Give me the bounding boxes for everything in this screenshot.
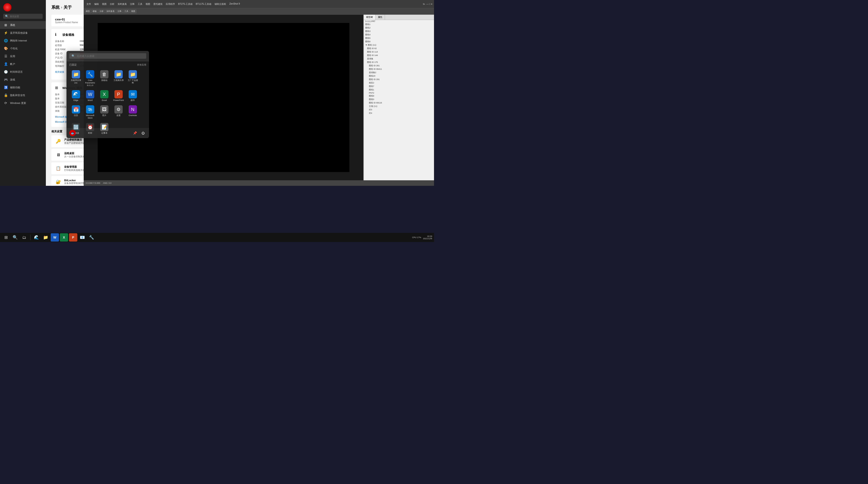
- sidebar-item-accounts[interactable]: 👤 帐户: [0, 60, 46, 68]
- app-edge[interactable]: 🌊 Edge: [69, 89, 83, 103]
- cad-tool-1[interactable]: 模型: [85, 9, 91, 13]
- cad-tree-item[interactable]: 图纸1: [368, 88, 434, 92]
- cad-menu-辅助立面框[interactable]: 辅助立面框: [213, 2, 227, 6]
- cad-tree-item[interactable]: 图组 ID 261: [368, 64, 434, 67]
- cad-tab-properties[interactable]: 属性: [375, 15, 385, 20]
- sidebar-item-network[interactable]: 🌐 网络和 Internet: [0, 37, 46, 44]
- cad-menu-文件[interactable]: 文件: [85, 2, 92, 6]
- breadcrumb-system[interactable]: 系统: [51, 5, 60, 10]
- app-excel[interactable]: X Excel: [98, 89, 111, 103]
- cad-tree-item[interactable]: 图纸5: [364, 36, 434, 40]
- taskbar-excel[interactable]: X: [60, 233, 68, 242]
- cad-tree-item[interactable]: 图纸4: [364, 33, 434, 36]
- app-ms_store[interactable]: 🛍 Microsoft Store: [84, 104, 97, 121]
- user-avatar[interactable]: 🐟: [69, 130, 76, 136]
- app-calendar[interactable]: 📅 日历: [69, 104, 83, 121]
- cad-tool-4[interactable]: 实时参真: [105, 9, 116, 13]
- cad-tree-item[interactable]: 图组 ID 114: [366, 50, 434, 54]
- cad-tree-item[interactable]: 图组 ID 144: [366, 54, 434, 57]
- taskbar-start-button[interactable]: ⊞: [2, 233, 10, 242]
- taskbar-cad[interactable]: 🔧: [87, 233, 96, 242]
- cad-menu-委托建筑[interactable]: 委托建筑: [152, 2, 164, 6]
- cad-menu-应用程序[interactable]: 应用程序: [164, 2, 176, 6]
- taskbar-edge[interactable]: 🌊: [32, 233, 40, 242]
- cad-menu-工具[interactable]: 工具: [136, 2, 144, 6]
- cad-tree-item[interactable]: 基准集2: [368, 71, 434, 74]
- cad-tree-item[interactable]: 图组 ID 69116: [368, 101, 434, 104]
- cad-tree-item[interactable]: 图组 ID 06411: [368, 67, 434, 71]
- sidebar-item-personalize[interactable]: 🎨 个性化: [0, 44, 46, 52]
- cad-tree-item[interactable]: 图组 ID 62: [366, 47, 434, 50]
- cad-tree-item[interactable]: ▼ 图组 (11): [364, 43, 434, 47]
- ms_store-label: Microsoft Store: [84, 114, 96, 119]
- power-icon[interactable]: ⏻: [140, 130, 146, 136]
- sidebar-item-windows_update[interactable]: ⟳ Windows 更新: [0, 99, 46, 107]
- cad-tree-item[interactable]: 图纸9: [368, 94, 434, 98]
- app-email[interactable]: 🗑 回收站: [98, 69, 111, 88]
- cad-menu-视图[interactable]: 视图: [144, 2, 152, 6]
- cad-tree-item[interactable]: S-111.PRT: [364, 20, 434, 23]
- sidebar-item-time[interactable]: 🕐 时间和语言: [0, 68, 46, 76]
- sidebar-item-bluetooth[interactable]: ⚡ 蓝牙和其他设备: [0, 29, 46, 37]
- sidebar-item-apps[interactable]: ☰ 应用: [0, 52, 46, 60]
- taskbar-word[interactable]: W: [51, 233, 59, 242]
- sidebar-item-privacy[interactable]: 🔒 隐私和安全性: [0, 91, 46, 99]
- taskbar-task-view[interactable]: 🗂: [20, 233, 28, 242]
- start-search-input[interactable]: [77, 55, 144, 57]
- cad-tree-item[interactable]: 封3: [368, 108, 434, 112]
- app-word[interactable]: W Word: [84, 89, 97, 103]
- sidebar-item-system[interactable]: ⊞ 系统: [0, 21, 46, 29]
- app-settings[interactable]: ⚙ 设置: [112, 104, 125, 121]
- cad-tree-item[interactable]: 图组 ID 175: [366, 61, 434, 64]
- taskbar-powerpoint[interactable]: P: [69, 233, 77, 242]
- cad-tree-item[interactable]: 主项 (11): [368, 104, 434, 108]
- cad-menu-ZenShot 9[interactable]: ZenShot 9: [228, 2, 241, 6]
- related-link-1[interactable]: 相关链接: [55, 70, 64, 73]
- taskbar-search[interactable]: 🔍: [11, 233, 19, 242]
- pin-icon[interactable]: 📌: [132, 130, 138, 136]
- settings-search[interactable]: 🔍: [3, 14, 43, 19]
- search-input[interactable]: [10, 15, 41, 18]
- app-shared_cnc[interactable]: 📁 共程序共享cnc: [69, 69, 83, 88]
- cad-menu-实时参真[interactable]: 实时参真: [116, 2, 128, 6]
- start-search-box[interactable]: 🔍: [69, 53, 146, 59]
- app-creo[interactable]: 🔧 Creo Parametric 8.0.1.0: [84, 69, 97, 88]
- cad-tree-item[interactable]: 图纸3: [364, 30, 434, 33]
- cad-tool-2[interactable]: 楼板: [91, 9, 98, 13]
- app-onenote[interactable]: N OneNote: [126, 104, 140, 121]
- cad-tool-6[interactable]: 工具: [123, 9, 129, 13]
- cad-tool-7[interactable]: 视图: [130, 9, 136, 13]
- cad-menu-编辑[interactable]: 编辑: [93, 2, 100, 6]
- cad-tree-item[interactable]: 封4: [368, 112, 434, 115]
- all-apps-link[interactable]: 所有应用: [137, 63, 146, 66]
- taskbar-mail[interactable]: 📧: [78, 233, 87, 242]
- cad-tree-item[interactable]: 图组0: [368, 98, 434, 101]
- cad-right-tabs: 模型树 属性: [364, 15, 434, 20]
- cad-tool-3[interactable]: 分析: [98, 9, 105, 13]
- cad-menu-分析[interactable]: 分析: [108, 2, 116, 6]
- cad-tree-item[interactable]: 图纸6: [364, 40, 434, 43]
- app-project_sharing[interactable]: 📁 工程师共享: [112, 69, 125, 88]
- cad-tool-5[interactable]: 注释: [116, 9, 123, 13]
- app-photos[interactable]: 🖼 照片: [98, 104, 111, 121]
- cad-menu-视图[interactable]: 视图: [101, 2, 108, 6]
- cad-tab-model-tree[interactable]: 模型树: [364, 15, 375, 20]
- cad-tree-item[interactable]: 相安2: [368, 81, 434, 85]
- app-mail[interactable]: ✉ 邮件: [126, 89, 140, 103]
- app-factory_products[interactable]: 📁 工厂产品资料: [126, 69, 140, 88]
- cad-tree-item[interactable]: PNT2: [368, 92, 434, 94]
- cad-menu-注释[interactable]: 注释: [129, 2, 136, 6]
- app-powerpoint[interactable]: P PowerPoint: [112, 89, 125, 103]
- cad-tree-item[interactable]: 图纸20: [368, 74, 434, 78]
- sidebar-item-accessibility[interactable]: ♿ 辅助功能: [0, 84, 46, 91]
- cad-tree-item[interactable]: 基准集: [366, 57, 434, 61]
- sidebar-item-gaming[interactable]: 🎮 游戏: [0, 76, 46, 84]
- system-icon: ⊞: [4, 23, 8, 27]
- cad-tree-item[interactable]: 图纸2: [364, 26, 434, 30]
- cad-tree-item[interactable]: 图纸7: [368, 85, 434, 88]
- cad-tree-item[interactable]: 图纸1: [364, 23, 434, 26]
- cad-menu-BT1175-工具箱[interactable]: BT1175-工具箱: [194, 2, 213, 6]
- taskbar-file-explorer[interactable]: 📁: [41, 233, 50, 242]
- cad-menu-BT275-工具箱[interactable]: BT275-工具箱: [177, 2, 194, 6]
- cad-tree-item[interactable]: 图组 ID 291: [368, 78, 434, 81]
